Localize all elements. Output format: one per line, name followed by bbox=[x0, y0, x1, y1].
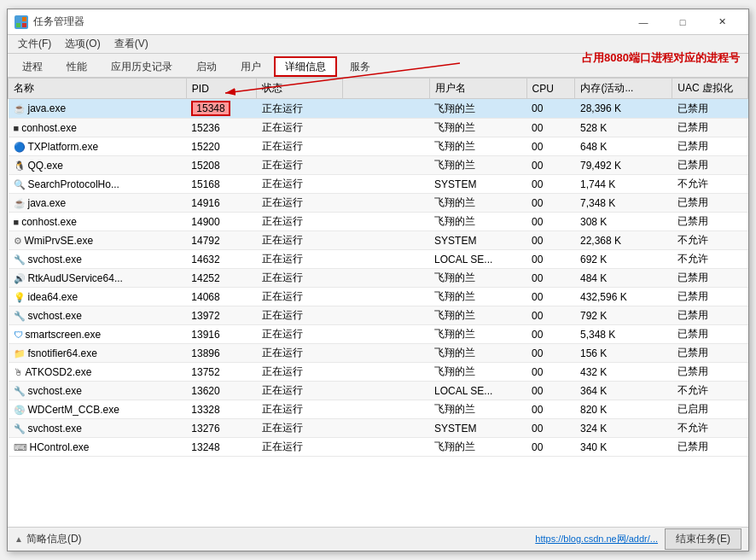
cell-status: 正在运行 bbox=[257, 99, 343, 119]
process-table: 名称 PID 状态 用户名 CPU 内存(活动... UAC 虚拟化 ☕java… bbox=[8, 78, 748, 457]
menu-file[interactable]: 文件(F) bbox=[11, 35, 58, 53]
highlighted-pid: 15348 bbox=[191, 101, 230, 116]
cell-memory: 364 K bbox=[575, 382, 672, 400]
cell-uac: 已禁用 bbox=[672, 306, 748, 325]
cell-spacer bbox=[343, 194, 429, 213]
cell-cpu: 00 bbox=[526, 288, 575, 306]
cell-uac: 已禁用 bbox=[672, 363, 748, 382]
cell-status: 正在运行 bbox=[257, 269, 343, 288]
cell-name: 🛡smartscreen.exe bbox=[9, 325, 187, 344]
table-row[interactable]: ⌨HControl.exe 13248 正在运行 飞翔的兰 00 340 K 已… bbox=[9, 438, 748, 457]
table-row[interactable]: 🔊RtkAudUService64... 14252 正在运行 飞翔的兰 00 … bbox=[9, 269, 748, 288]
cell-spacer bbox=[343, 363, 429, 382]
cell-cpu: 00 bbox=[526, 99, 575, 119]
cell-uac: 不允许 bbox=[672, 419, 748, 438]
col-header-cpu[interactable]: CPU bbox=[526, 79, 575, 99]
table-row[interactable]: ⚙WmiPrvSE.exe 14792 正在运行 SYSTEM 00 22,36… bbox=[9, 231, 748, 250]
cell-status: 正在运行 bbox=[257, 306, 343, 325]
table-row[interactable]: ■conhost.exe 14900 正在运行 飞翔的兰 00 308 K 已禁… bbox=[9, 213, 748, 231]
cell-name: 🔊RtkAudUService64... bbox=[9, 269, 187, 288]
cell-name: 🔧svchost.exe bbox=[9, 306, 187, 325]
cell-cpu: 00 bbox=[526, 175, 575, 194]
cell-uac: 已禁用 bbox=[672, 99, 748, 119]
cell-user: 飞翔的兰 bbox=[429, 194, 526, 213]
cell-spacer bbox=[343, 175, 429, 194]
cell-memory: 324 K bbox=[575, 419, 672, 438]
tab-app-history[interactable]: 应用历史记录 bbox=[100, 56, 183, 77]
chevron-up-icon: ▲ bbox=[15, 534, 23, 544]
end-task-button[interactable]: 结束任务(E) bbox=[665, 528, 741, 550]
menu-view[interactable]: 查看(V) bbox=[108, 35, 155, 53]
cell-name: 🔧svchost.exe bbox=[9, 419, 187, 438]
table-row[interactable]: 🐧QQ.exe 15208 正在运行 飞翔的兰 00 79,492 K 已禁用 bbox=[9, 156, 748, 175]
menu-options[interactable]: 选项(O) bbox=[58, 35, 107, 53]
cell-status: 正在运行 bbox=[257, 363, 343, 382]
maximize-button[interactable]: □ bbox=[663, 9, 702, 35]
cell-cpu: 00 bbox=[526, 344, 575, 363]
cell-uac: 已禁用 bbox=[672, 438, 748, 457]
cell-name: ■conhost.exe bbox=[9, 119, 187, 137]
tab-startup[interactable]: 启动 bbox=[185, 56, 228, 77]
table-row[interactable]: 🔧svchost.exe 13276 正在运行 SYSTEM 00 324 K … bbox=[9, 419, 748, 438]
cell-cpu: 00 bbox=[526, 137, 575, 156]
col-header-pid[interactable]: PID bbox=[186, 79, 256, 99]
tab-services[interactable]: 服务 bbox=[339, 56, 381, 77]
table-row[interactable]: 🔧svchost.exe 14632 正在运行 LOCAL SE... 00 6… bbox=[9, 250, 748, 269]
tab-users[interactable]: 用户 bbox=[230, 56, 272, 77]
cell-user: LOCAL SE... bbox=[429, 382, 526, 400]
cell-uac: 已启用 bbox=[672, 400, 748, 419]
title-bar: 任务管理器 — □ ✕ bbox=[8, 9, 748, 35]
cell-user: 飞翔的兰 bbox=[429, 99, 526, 119]
cell-status: 正在运行 bbox=[257, 119, 343, 137]
svg-rect-3 bbox=[22, 23, 26, 27]
cell-status: 正在运行 bbox=[257, 194, 343, 213]
close-button[interactable]: ✕ bbox=[702, 9, 741, 35]
col-header-status[interactable]: 状态 bbox=[257, 79, 343, 99]
cell-memory: 692 K bbox=[575, 250, 672, 269]
cell-status: 正在运行 bbox=[257, 325, 343, 344]
table-row[interactable]: 🖱ATKOSD2.exe 13752 正在运行 飞翔的兰 00 432 K 已禁… bbox=[9, 363, 748, 382]
table-row[interactable]: 🔍SearchProtocolHo... 15168 正在运行 SYSTEM 0… bbox=[9, 175, 748, 194]
table-row[interactable]: 🔧svchost.exe 13972 正在运行 飞翔的兰 00 792 K 已禁… bbox=[9, 306, 748, 325]
cell-cpu: 00 bbox=[526, 269, 575, 288]
cell-pid: 15208 bbox=[186, 156, 256, 175]
table-row[interactable]: 💿WDCertM_CCB.exe 13328 正在运行 飞翔的兰 00 820 … bbox=[9, 400, 748, 419]
cell-user: 飞翔的兰 bbox=[429, 213, 526, 231]
svg-rect-2 bbox=[16, 23, 20, 27]
cell-status: 正在运行 bbox=[257, 137, 343, 156]
cell-user: 飞翔的兰 bbox=[429, 438, 526, 457]
table-row[interactable]: 💡idea64.exe 14068 正在运行 飞翔的兰 00 432,596 K… bbox=[9, 288, 748, 306]
task-manager-window: 任务管理器 — □ ✕ 文件(F) 选项(O) 查看(V) 进程 性能 应用历史… bbox=[7, 9, 749, 551]
cell-spacer bbox=[343, 250, 429, 269]
expand-button[interactable]: ▲ 简略信息(D) bbox=[15, 532, 82, 546]
cell-uac: 已禁用 bbox=[672, 325, 748, 344]
minimize-button[interactable]: — bbox=[624, 9, 663, 35]
table-row[interactable]: 📁fsnotifier64.exe 13896 正在运行 飞翔的兰 00 156… bbox=[9, 344, 748, 363]
table-row[interactable]: ☕java.exe 15348 正在运行 飞翔的兰 00 28,396 K 已禁… bbox=[9, 99, 748, 119]
expand-label: 简略信息(D) bbox=[26, 532, 82, 546]
col-header-memory[interactable]: 内存(活动... bbox=[575, 79, 672, 99]
tab-process[interactable]: 进程 bbox=[11, 56, 54, 77]
cell-pid: 13328 bbox=[186, 400, 256, 419]
table-row[interactable]: 🔧svchost.exe 13620 正在运行 LOCAL SE... 00 3… bbox=[9, 382, 748, 400]
process-table-container[interactable]: 名称 PID 状态 用户名 CPU 内存(活动... UAC 虚拟化 ☕java… bbox=[8, 78, 748, 527]
cell-user: 飞翔的兰 bbox=[429, 119, 526, 137]
cell-name: 🔧svchost.exe bbox=[9, 382, 187, 400]
table-row[interactable]: ☕java.exe 14916 正在运行 飞翔的兰 00 7,348 K 已禁用 bbox=[9, 194, 748, 213]
col-header-name[interactable]: 名称 bbox=[9, 79, 187, 99]
cell-uac: 已禁用 bbox=[672, 344, 748, 363]
cell-user: 飞翔的兰 bbox=[429, 288, 526, 306]
cell-uac: 已禁用 bbox=[672, 137, 748, 156]
col-header-user[interactable]: 用户名 bbox=[429, 79, 526, 99]
cell-memory: 7,348 K bbox=[575, 194, 672, 213]
csdn-link: https://blog.csdn.ne网/addr/... bbox=[535, 533, 658, 545]
cell-status: 正在运行 bbox=[257, 250, 343, 269]
tab-performance[interactable]: 性能 bbox=[55, 56, 98, 77]
table-row[interactable]: ■conhost.exe 15236 正在运行 飞翔的兰 00 528 K 已禁… bbox=[9, 119, 748, 137]
tab-details[interactable]: 详细信息 bbox=[274, 56, 337, 77]
cell-status: 正在运行 bbox=[257, 213, 343, 231]
table-row[interactable]: 🛡smartscreen.exe 13916 正在运行 飞翔的兰 00 5,34… bbox=[9, 325, 748, 344]
col-header-uac[interactable]: UAC 虚拟化 bbox=[672, 79, 748, 99]
cell-memory: 28,396 K bbox=[575, 99, 672, 119]
table-row[interactable]: 🔵TXPlatform.exe 15220 正在运行 飞翔的兰 00 648 K… bbox=[9, 137, 748, 156]
